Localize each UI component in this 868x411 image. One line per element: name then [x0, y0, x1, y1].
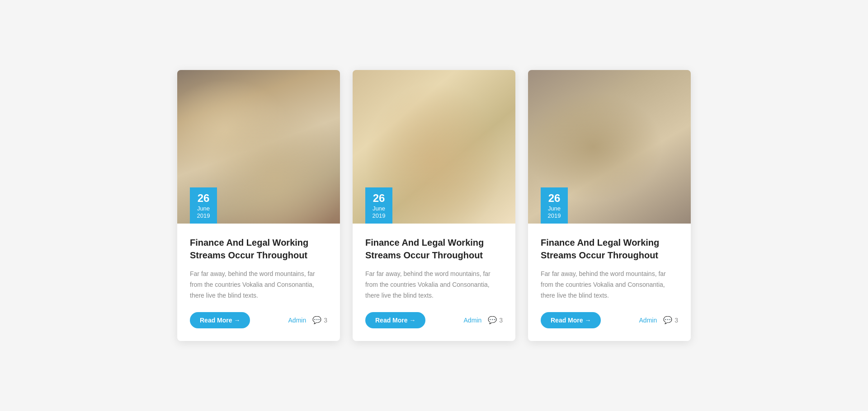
comments-number: 3 — [499, 317, 503, 324]
card-footer: Read More → Admin 💬 3 — [190, 312, 327, 328]
card-title: Finance And Legal Working Streams Occur … — [541, 236, 678, 262]
date-day: 26 — [372, 192, 386, 205]
card-body: Finance And Legal Working Streams Occur … — [177, 224, 340, 341]
author-link[interactable]: Admin — [288, 317, 307, 324]
blog-card-2: 26 June 2019 Finance And Legal Working S… — [353, 70, 515, 341]
author-link[interactable]: Admin — [639, 317, 657, 324]
comments-count: 💬 3 — [663, 316, 678, 324]
comments-count: 💬 3 — [488, 316, 503, 324]
card-image-container: 26 June 2019 — [177, 70, 340, 224]
card-body: Finance And Legal Working Streams Occur … — [353, 224, 515, 341]
read-more-button[interactable]: Read More → — [190, 312, 250, 328]
card-meta: Admin 💬 3 — [288, 316, 327, 324]
date-year: 2019 — [372, 212, 386, 220]
date-month: June — [547, 205, 561, 212]
date-month: June — [372, 205, 386, 212]
author-link[interactable]: Admin — [464, 317, 482, 324]
date-day: 26 — [196, 192, 211, 205]
card-image-container: 26 June 2019 — [353, 70, 515, 224]
date-badge: 26 June 2019 — [190, 187, 217, 224]
card-image-container: 26 June 2019 — [528, 70, 691, 224]
blog-card-1: 26 June 2019 Finance And Legal Working S… — [177, 70, 340, 341]
date-badge: 26 June 2019 — [541, 187, 568, 224]
date-badge: 26 June 2019 — [365, 187, 392, 224]
card-footer: Read More → Admin 💬 3 — [365, 312, 503, 328]
card-excerpt: Far far away, behind the word mountains,… — [541, 269, 678, 301]
comment-icon: 💬 — [312, 316, 321, 324]
blog-card-3: 26 June 2019 Finance And Legal Working S… — [528, 70, 691, 341]
card-meta: Admin 💬 3 — [464, 316, 503, 324]
date-year: 2019 — [547, 212, 561, 220]
card-title: Finance And Legal Working Streams Occur … — [190, 236, 327, 262]
date-month: June — [196, 205, 211, 212]
read-more-button[interactable]: Read More → — [541, 312, 601, 328]
comment-icon: 💬 — [488, 316, 497, 324]
date-day: 26 — [547, 192, 561, 205]
card-title: Finance And Legal Working Streams Occur … — [365, 236, 503, 262]
date-year: 2019 — [196, 212, 211, 220]
comment-icon: 💬 — [663, 316, 672, 324]
card-body: Finance And Legal Working Streams Occur … — [528, 224, 691, 341]
card-footer: Read More → Admin 💬 3 — [541, 312, 678, 328]
card-meta: Admin 💬 3 — [639, 316, 678, 324]
cards-grid: 26 June 2019 Finance And Legal Working S… — [108, 43, 760, 368]
card-excerpt: Far far away, behind the word mountains,… — [365, 269, 503, 301]
read-more-button[interactable]: Read More → — [365, 312, 425, 328]
comments-number: 3 — [324, 317, 327, 324]
comments-count: 💬 3 — [312, 316, 327, 324]
card-excerpt: Far far away, behind the word mountains,… — [190, 269, 327, 301]
comments-number: 3 — [675, 317, 678, 324]
